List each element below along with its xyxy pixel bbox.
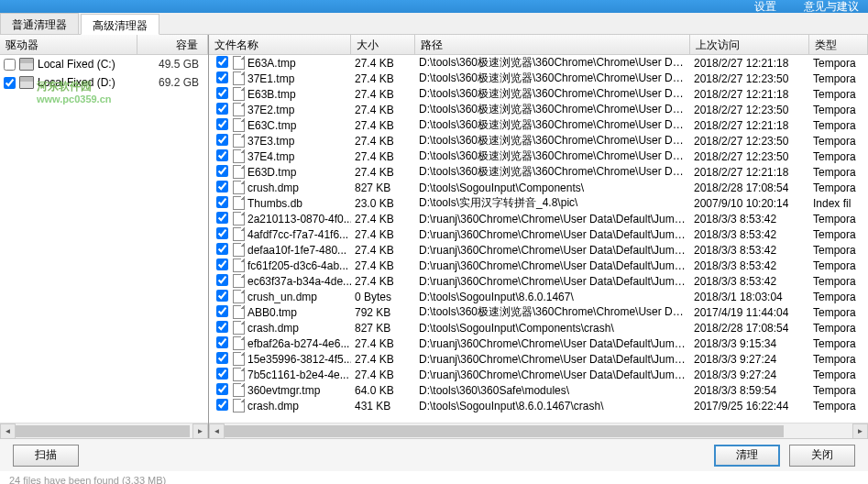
tab-normal-cleaner[interactable]: 普通清理器 — [0, 13, 79, 34]
clean-button[interactable]: 清理 — [714, 445, 780, 467]
title-bar: 设置 意见与建议 — [0, 0, 868, 13]
column-header-date[interactable]: 上次访问 — [690, 35, 809, 54]
scan-button[interactable]: 扫描 — [13, 445, 79, 467]
file-type: Tempora — [809, 119, 868, 132]
file-checkbox[interactable] — [216, 165, 228, 177]
file-row[interactable]: 15e35996-3812-4f5...27.4 KBD:\ruanj\360C… — [209, 351, 868, 367]
column-header-size[interactable]: 大小 — [351, 35, 415, 54]
file-list[interactable]: E63A.tmp27.4 KBD:\tools\360极速浏览器\360Chro… — [209, 55, 868, 423]
file-checkbox[interactable] — [216, 56, 228, 68]
scroll-left-icon[interactable]: ◄ — [0, 424, 16, 439]
column-header-capacity[interactable]: 容量 — [137, 35, 208, 54]
file-checkbox[interactable] — [216, 383, 228, 395]
file-row[interactable]: E63A.tmp27.4 KBD:\tools\360极速浏览器\360Chro… — [209, 55, 868, 71]
file-row[interactable]: ABB0.tmp792 KBD:\tools\360极速浏览器\360Chrom… — [209, 304, 868, 320]
tab-advanced-cleaner[interactable]: 高级清理器 — [81, 14, 159, 35]
file-path: D:\tools\360\360Safe\modules\ — [415, 384, 690, 397]
file-size: 23.0 KB — [351, 197, 415, 210]
file-size: 27.4 KB — [351, 119, 415, 132]
file-checkbox[interactable] — [216, 290, 228, 302]
file-row[interactable]: 2a210113-0870-4f0...27.4 KBD:\ruanj\360C… — [209, 211, 868, 226]
drive-checkbox[interactable] — [4, 77, 16, 89]
file-size: 27.4 KB — [351, 353, 415, 366]
file-size: 827 KB — [351, 182, 415, 194]
scroll-right-icon[interactable]: ► — [192, 424, 208, 439]
file-checkbox[interactable] — [216, 134, 228, 146]
file-checkbox[interactable] — [216, 274, 228, 286]
horizontal-scrollbar[interactable]: ◄ ► — [0, 423, 208, 438]
file-date: 2018/2/27 12:23:50 — [690, 150, 809, 163]
file-checkbox[interactable] — [216, 368, 228, 380]
column-header-path[interactable]: 路径 — [415, 35, 690, 54]
column-header-drive[interactable]: 驱动器 — [0, 35, 137, 54]
file-checkbox[interactable] — [216, 258, 228, 270]
file-checkbox[interactable] — [216, 87, 228, 99]
file-icon — [233, 165, 245, 179]
horizontal-scrollbar[interactable]: ◄ ► — [209, 423, 868, 438]
file-path: D:\tools\实用汉字转拼音_4.8\pic\ — [415, 195, 690, 211]
file-name: 37E4.tmp — [247, 150, 294, 163]
file-row[interactable]: 360evtmgr.tmp64.0 KBD:\tools\360\360Safe… — [209, 382, 868, 398]
file-row[interactable]: 37E3.tmp27.4 KBD:\tools\360极速浏览器\360Chro… — [209, 133, 868, 148]
file-checkbox[interactable] — [216, 196, 228, 208]
file-icon — [233, 181, 245, 194]
file-checkbox[interactable] — [216, 336, 228, 348]
column-header-filename[interactable]: 文件名称 — [209, 35, 351, 54]
file-icon — [233, 368, 245, 381]
file-row[interactable]: 37E4.tmp27.4 KBD:\tools\360极速浏览器\360Chro… — [209, 148, 868, 164]
file-row[interactable]: 37E2.tmp27.4 KBD:\tools\360极速浏览器\360Chro… — [209, 102, 868, 117]
file-row[interactable]: crash.dmp827 KBD:\tools\SogouInput\Compo… — [209, 320, 868, 336]
file-checkbox[interactable] — [216, 227, 228, 239]
file-row[interactable]: crash.dmp431 KBD:\tools\SogouInput\8.6.0… — [209, 398, 868, 413]
drive-row[interactable]: Local Fixed (C:)49.5 GB — [0, 55, 208, 73]
file-checkbox[interactable] — [216, 212, 228, 224]
file-checkbox[interactable] — [216, 149, 228, 161]
file-row[interactable]: Thumbs.db23.0 KBD:\tools\实用汉字转拼音_4.8\pic… — [209, 195, 868, 211]
file-path: D:\tools\360极速浏览器\360Chrome\Chrome\User … — [415, 148, 690, 164]
file-path: D:\tools\360极速浏览器\360Chrome\Chrome\User … — [415, 304, 690, 320]
file-name: crash.dmp — [247, 400, 299, 412]
file-checkbox[interactable] — [216, 399, 228, 411]
file-row[interactable]: E63C.tmp27.4 KBD:\tools\360极速浏览器\360Chro… — [209, 117, 868, 133]
file-row[interactable]: crush.dmp827 KBD:\tools\SogouInput\Compo… — [209, 180, 868, 195]
file-row[interactable]: ec63f37a-b34a-4de...27.4 KBD:\ruanj\360C… — [209, 273, 868, 289]
file-type: Tempora — [809, 150, 868, 163]
file-date: 2018/3/3 9:27:24 — [690, 353, 809, 366]
file-row[interactable]: defaa10f-1fe7-480...27.4 KBD:\ruanj\360C… — [209, 242, 868, 258]
file-name: Thumbs.db — [247, 197, 302, 210]
file-row[interactable]: 37E1.tmp27.4 KBD:\tools\360极速浏览器\360Chro… — [209, 71, 868, 86]
close-button[interactable]: 关闭 — [789, 445, 855, 467]
scroll-right-icon[interactable]: ► — [852, 424, 868, 439]
file-path: D:\tools\SogouInput\8.6.0.1467\crash\ — [415, 400, 690, 412]
file-name: E63C.tmp — [247, 119, 296, 132]
feedback-link[interactable]: 意见与建议 — [804, 0, 859, 15]
file-icon — [233, 352, 245, 366]
file-row[interactable]: efbaf26a-b274-4e6...27.4 KBD:\ruanj\360C… — [209, 336, 868, 351]
file-path: D:\ruanj\360Chrome\Chrome\User Data\Defa… — [415, 228, 690, 241]
drive-row[interactable]: Local Fixed (D:)69.2 GB — [0, 73, 208, 92]
file-type: Tempora — [809, 368, 868, 381]
scroll-left-icon[interactable]: ◄ — [209, 424, 225, 439]
file-checkbox[interactable] — [216, 72, 228, 83]
file-size: 827 KB — [351, 322, 415, 335]
file-checkbox[interactable] — [216, 103, 228, 115]
file-row[interactable]: 7b5c1161-b2e4-4e...27.4 KBD:\ruanj\360Ch… — [209, 367, 868, 382]
file-row[interactable]: 4afdf7cc-f7a7-41f6...27.4 KBD:\ruanj\360… — [209, 226, 868, 242]
file-checkbox[interactable] — [216, 352, 228, 364]
file-checkbox[interactable] — [216, 305, 228, 317]
file-row[interactable]: E63B.tmp27.4 KBD:\tools\360极速浏览器\360Chro… — [209, 86, 868, 102]
drive-checkbox[interactable] — [4, 59, 16, 71]
file-name: defaa10f-1fe7-480... — [247, 244, 346, 257]
file-size: 792 KB — [351, 306, 415, 319]
file-checkbox[interactable] — [216, 243, 228, 255]
file-row[interactable]: crush_un.dmp0 BytesD:\tools\SogouInput\8… — [209, 289, 868, 304]
column-header-type[interactable]: 类型 — [809, 35, 868, 54]
file-row[interactable]: E63D.tmp27.4 KBD:\tools\360极速浏览器\360Chro… — [209, 164, 868, 180]
file-checkbox[interactable] — [216, 181, 228, 192]
file-checkbox[interactable] — [216, 321, 228, 333]
settings-link[interactable]: 设置 — [754, 0, 776, 15]
file-row[interactable]: fc61f205-d3c6-4ab...27.4 KBD:\ruanj\360C… — [209, 258, 868, 273]
file-type: Tempora — [809, 322, 868, 335]
file-icon — [233, 56, 245, 70]
file-checkbox[interactable] — [216, 118, 228, 130]
